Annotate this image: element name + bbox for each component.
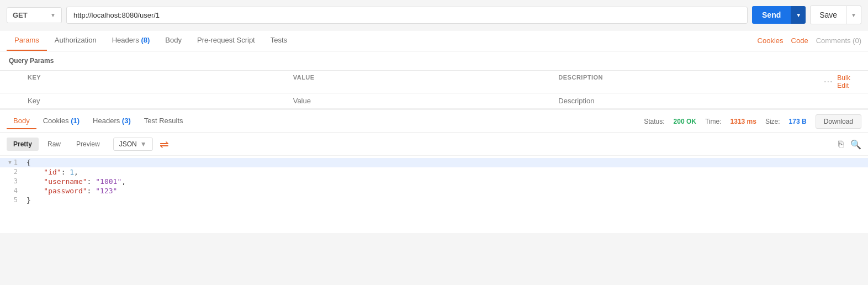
method-dropdown-arrow: ▼ xyxy=(50,12,56,18)
comments-link[interactable]: Comments (0) xyxy=(816,36,861,45)
tab-body[interactable]: Body xyxy=(157,30,189,51)
response-tab-bar: Body Cookies (1) Headers (3) Test Result… xyxy=(0,109,868,133)
request-tab-bar: Params Authorization Headers (8) Body Pr… xyxy=(0,30,868,51)
format-select[interactable]: JSON ▼ xyxy=(113,138,153,151)
copy-icon[interactable]: ⎘ xyxy=(838,139,844,149)
col-desc-header: DESCRIPTION xyxy=(558,74,824,89)
params-header: KEY VALUE DESCRIPTION ··· Bulk Edit xyxy=(0,71,868,93)
url-input[interactable] xyxy=(66,7,748,24)
line-number-2: 2 xyxy=(0,168,22,176)
method-label: GET xyxy=(13,11,28,19)
code-area: ▼ 1 { 2 "id": 1, 3 "username": "1001", 4… xyxy=(0,156,868,233)
code-line-3: 3 "username": "1001", xyxy=(0,177,868,186)
wrap-icon[interactable]: ⇌ xyxy=(160,138,169,151)
tab-pre-request-script[interactable]: Pre-request Script xyxy=(189,30,263,51)
save-dropdown-button[interactable]: ▼ xyxy=(846,6,861,24)
code-line-2: 2 "id": 1, xyxy=(0,167,868,177)
code-link[interactable]: Code xyxy=(791,36,808,45)
send-dropdown-button[interactable]: ▼ xyxy=(791,6,806,24)
desc-input-cell xyxy=(558,97,824,105)
line-number-1: ▼ 1 xyxy=(0,159,22,166)
line-number-4: 4 xyxy=(0,187,22,194)
size-label: Size: xyxy=(765,118,780,125)
key-input-cell xyxy=(28,97,293,105)
col-actions-header: ··· Bulk Edit xyxy=(824,74,868,89)
code-line-5: 5 } xyxy=(0,196,868,205)
format-bar: Pretty Raw Preview JSON ▼ ⇌ ⎘ 🔍 xyxy=(0,133,868,156)
fmt-tab-preview[interactable]: Preview xyxy=(70,138,107,151)
tab-authorization[interactable]: Authorization xyxy=(47,30,104,51)
top-bar: GET ▼ Send ▼ Save ▼ xyxy=(0,0,868,30)
code-content-1: { xyxy=(22,159,31,167)
tab-headers[interactable]: Headers (8) xyxy=(104,30,158,51)
resp-tab-headers[interactable]: Headers (3) xyxy=(86,113,137,129)
tab-tests[interactable]: Tests xyxy=(263,30,295,51)
tab-params[interactable]: Params xyxy=(7,30,47,51)
col-key-header: KEY xyxy=(28,74,293,89)
value-input-cell xyxy=(293,97,559,105)
time-value: 1313 ms xyxy=(731,118,756,125)
resp-tab-test-results[interactable]: Test Results xyxy=(137,113,190,129)
send-button[interactable]: Send xyxy=(752,6,791,24)
code-content-3: "username": "1001", xyxy=(22,177,126,186)
format-select-label: JSON xyxy=(119,140,137,148)
code-content-2: "id": 1, xyxy=(22,168,78,176)
line-number-5: 5 xyxy=(0,196,22,204)
more-icon[interactable]: ··· xyxy=(824,77,833,87)
download-button[interactable]: Download xyxy=(816,114,861,129)
resp-tab-cookies[interactable]: Cookies (1) xyxy=(36,113,86,129)
query-params-section: Query Params KEY VALUE DESCRIPTION ··· B… xyxy=(0,51,868,109)
collapse-arrow-1[interactable]: ▼ xyxy=(8,160,11,165)
format-select-arrow: ▼ xyxy=(140,140,147,148)
size-value: 173 B xyxy=(789,118,807,125)
fmt-tab-raw[interactable]: Raw xyxy=(41,138,67,151)
method-select[interactable]: GET ▼ xyxy=(7,7,62,23)
cookies-link[interactable]: Cookies xyxy=(758,36,784,45)
tab-links: Cookies Code Comments (0) xyxy=(758,36,861,45)
line-number-3: 3 xyxy=(0,177,22,185)
status-label: Status: xyxy=(644,118,664,125)
desc-input[interactable] xyxy=(558,97,824,105)
resp-tab-body[interactable]: Body xyxy=(7,113,36,129)
fmt-tab-pretty[interactable]: Pretty xyxy=(7,138,39,151)
status-value: 200 OK xyxy=(674,118,696,125)
status-area: Status: 200 OK Time: 1313 ms Size: 173 B… xyxy=(644,114,861,129)
search-icon[interactable]: 🔍 xyxy=(850,139,861,150)
code-content-4: "password": "123" xyxy=(22,187,117,195)
query-params-label: Query Params xyxy=(0,51,868,71)
col-value-header: VALUE xyxy=(293,74,559,89)
code-line-4: 4 "password": "123" xyxy=(0,186,868,196)
params-row xyxy=(0,93,868,109)
value-input[interactable] xyxy=(293,97,559,105)
code-line-1: ▼ 1 { xyxy=(0,158,868,167)
key-input[interactable] xyxy=(28,97,293,105)
code-content-5: } xyxy=(22,196,31,204)
bulk-edit-button[interactable]: Bulk Edit xyxy=(837,74,861,89)
save-button[interactable]: Save xyxy=(810,6,846,24)
time-label: Time: xyxy=(705,118,722,125)
